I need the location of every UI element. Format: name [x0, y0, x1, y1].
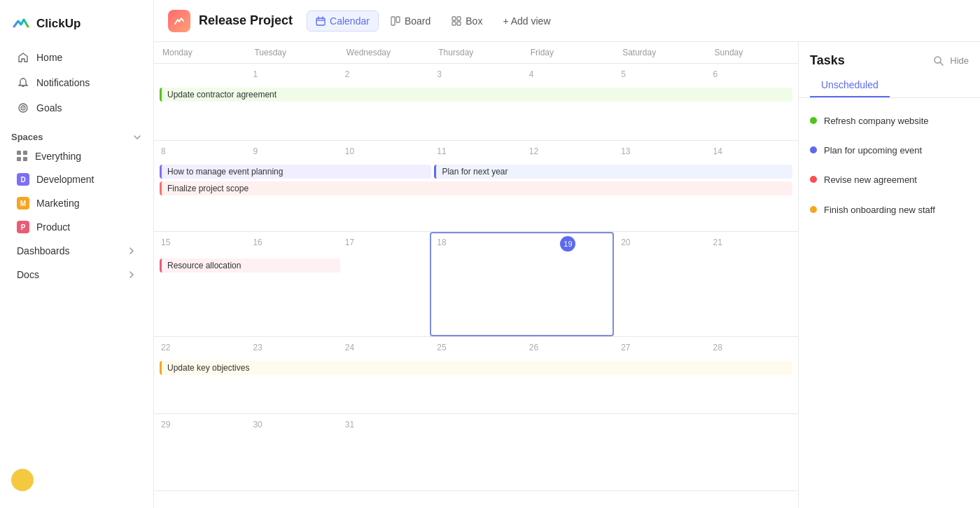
week-1-dates: 1 2 3 4 5 6	[154, 64, 798, 85]
sidebar-item-home-label: Home	[36, 52, 62, 63]
sidebar-item-everything[interactable]: Everything	[6, 146, 148, 167]
day-header-saturday: Saturday	[614, 42, 706, 63]
day-header-sunday: Sunday	[706, 42, 798, 63]
sidebar: ClickUp Home Notifications Goals Spaces …	[0, 0, 154, 508]
event-update-objectives[interactable]: Update key objectives	[160, 361, 792, 375]
tab-unscheduled[interactable]: Unscheduled	[810, 76, 890, 97]
sidebar-item-development[interactable]: D Development	[6, 168, 148, 191]
search-icon[interactable]	[933, 55, 944, 67]
svg-rect-6	[452, 17, 456, 20]
sidebar-item-home[interactable]: Home	[6, 46, 148, 69]
calendar-week-4: 22 23 24 25 26 27 28 Update key objectiv…	[154, 337, 798, 414]
sidebar-item-docs[interactable]: Docs	[6, 263, 148, 286]
day-header-wednesday: Wednesday	[338, 42, 430, 63]
w2-d5: 12	[522, 144, 614, 159]
week-3-events: Resource allocation	[154, 256, 798, 275]
tasks-list: Refresh company website Plan for upcomin…	[799, 98, 980, 233]
tab-calendar[interactable]: Calendar	[307, 11, 379, 32]
sidebar-item-notifications[interactable]: Notifications	[6, 71, 148, 95]
chevron-down-icon	[132, 132, 142, 142]
event-finalize-scope-label: Finalize project scope	[167, 184, 248, 193]
task-4-label: Finish onboarding new staff	[824, 204, 935, 217]
tab-board[interactable]: Board	[382, 11, 440, 32]
tasks-tabs: Unscheduled	[799, 76, 980, 98]
docs-label: Docs	[17, 269, 39, 280]
day-header-tuesday: Tuesday	[246, 42, 337, 63]
w3-d5-today: 19	[560, 236, 575, 252]
calendar-main: Monday Tuesday Wednesday Thursday Friday…	[154, 42, 798, 508]
task-3-label: Revise new agreement	[824, 174, 917, 186]
task-item-4[interactable]: Finish onboarding new staff	[799, 195, 980, 225]
clickup-logo-icon	[11, 14, 31, 34]
w4-d2: 23	[246, 340, 337, 355]
grid-icon	[17, 151, 28, 162]
w4-d3: 24	[338, 340, 430, 355]
event-update-objectives-label: Update key objectives	[167, 363, 249, 373]
w2-d3: 10	[338, 144, 430, 159]
sidebar-item-product[interactable]: P Product	[6, 216, 148, 238]
tab-box[interactable]: Box	[442, 11, 491, 32]
week-1-date-2: 1	[246, 67, 337, 82]
task-item-1[interactable]: Refresh company website	[799, 107, 980, 136]
spaces-section-header: Spaces	[0, 125, 153, 145]
add-view-button[interactable]: + Add view	[494, 11, 559, 31]
board-tab-icon	[391, 16, 400, 26]
hide-button[interactable]: Hide	[950, 55, 969, 66]
task-item-2[interactable]: Plan for upcoming event	[799, 136, 980, 165]
svg-rect-5	[396, 17, 400, 22]
logo[interactable]: ClickUp	[0, 8, 153, 45]
week-1-date-6: 5	[614, 67, 706, 82]
w5-d3: 31	[338, 417, 430, 432]
w2-d6: 13	[614, 144, 706, 159]
sidebar-item-notifications-label: Notifications	[36, 77, 90, 88]
week-1-date-1	[154, 67, 246, 82]
project-title: Release Project	[199, 13, 293, 28]
w4-d4: 25	[430, 340, 522, 355]
sidebar-item-marketing[interactable]: M Marketing	[6, 192, 148, 214]
svg-rect-3	[316, 18, 325, 25]
main-content: Release Project Calendar Board Box + Add…	[154, 0, 980, 508]
w4-d1: 22	[154, 340, 246, 355]
w3-d3: 17	[338, 235, 430, 253]
tasks-header-right: Hide	[933, 55, 969, 67]
calendar-week-5: 29 30 31	[154, 414, 798, 491]
week-1-date-3: 2	[338, 67, 430, 82]
tab-box-label: Box	[465, 15, 482, 27]
app-name: ClickUp	[36, 17, 80, 31]
event-resource-allocation-label: Resource allocation	[167, 261, 241, 270]
sidebar-bottom	[0, 460, 153, 500]
w5-d1: 29	[154, 417, 246, 432]
tasks-panel: Tasks Hide Unscheduled Refresh company w…	[798, 42, 980, 508]
sidebar-item-goals[interactable]: Goals	[6, 96, 148, 120]
svg-rect-9	[457, 22, 461, 25]
product-space-icon: P	[17, 221, 29, 233]
sidebar-item-dashboards[interactable]: Dashboards	[6, 240, 148, 262]
task-2-color-dot	[810, 146, 817, 153]
user-avatar[interactable]	[11, 469, 34, 491]
calendar-grid: Monday Tuesday Wednesday Thursday Friday…	[154, 42, 798, 491]
sidebar-item-product-label: Product	[36, 221, 70, 233]
task-item-3[interactable]: Revise new agreement	[799, 165, 980, 195]
event-finalize-scope[interactable]: Finalize project scope	[160, 181, 792, 195]
event-resource-allocation[interactable]: Resource allocation	[160, 259, 340, 273]
calendar-week-2: 8 9 10 11 12 13 14 How to manage event p…	[154, 141, 798, 232]
event-plan-next-year[interactable]: Plan for next year	[434, 165, 792, 179]
sidebar-item-goals-label: Goals	[36, 102, 62, 114]
calendar-week-1: 1 2 3 4 5 6 Update contractor agreement	[154, 64, 798, 141]
header: Release Project Calendar Board Box + Add…	[154, 0, 980, 42]
calendar-tab-icon	[316, 16, 326, 26]
w2-d1: 8	[154, 144, 246, 159]
w2-d2: 9	[246, 144, 337, 159]
svg-rect-4	[391, 17, 395, 25]
event-update-contractor[interactable]: Update contractor agreement	[160, 88, 792, 102]
week-2-dates: 8 9 10 11 12 13 14	[154, 141, 798, 162]
w4-d7: 28	[706, 340, 798, 355]
sidebar-item-development-label: Development	[36, 174, 94, 185]
week-4-dates: 22 23 24 25 26 27 28	[154, 337, 798, 358]
event-how-to-manage[interactable]: How to manage event planning	[160, 165, 431, 179]
w5-d2: 30	[246, 417, 337, 432]
svg-rect-7	[457, 17, 461, 20]
day-header-friday: Friday	[522, 42, 614, 63]
event-how-to-manage-label: How to manage event planning	[167, 167, 283, 177]
day-header-thursday: Thursday	[430, 42, 522, 63]
